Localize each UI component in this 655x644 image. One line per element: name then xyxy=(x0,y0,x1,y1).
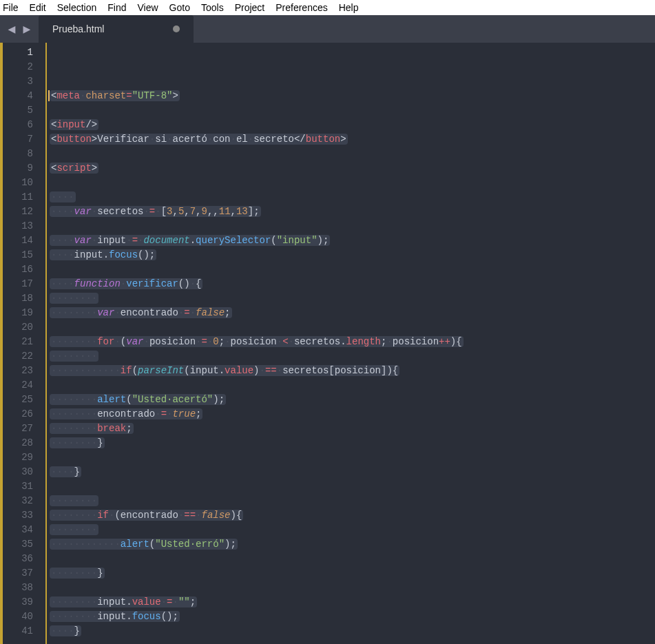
code-line[interactable]: ········ xyxy=(50,291,655,306)
line-number: 19 xyxy=(3,306,33,320)
code-line[interactable]: ········input.focus(); xyxy=(50,610,655,624)
line-number: 11 xyxy=(3,190,33,205)
line-number: 32 xyxy=(3,494,33,508)
line-number: 29 xyxy=(3,450,33,465)
line-number: 9 xyxy=(3,161,33,176)
code-line[interactable]: ····input.focus(); xyxy=(50,248,655,262)
line-number: 36 xyxy=(3,552,33,566)
line-number: 30 xyxy=(3,465,33,479)
code-line[interactable]: ····var·input·=·document.querySelector("… xyxy=(50,233,655,248)
code-line[interactable]: ········} xyxy=(50,436,655,450)
line-number: 10 xyxy=(3,176,33,190)
code-line[interactable] xyxy=(50,262,655,277)
line-number: 12 xyxy=(3,205,33,219)
line-number: 40 xyxy=(3,610,33,624)
menu-selection[interactable]: Selection xyxy=(57,2,97,13)
line-number: 26 xyxy=(3,407,33,422)
code-line[interactable]: ········input.value·=·""; xyxy=(50,595,655,610)
line-number: 17 xyxy=(3,277,33,291)
code-line[interactable]: ········break; xyxy=(50,422,655,436)
line-number: 6 xyxy=(3,118,33,132)
line-number: 7 xyxy=(3,132,33,147)
line-number: 38 xyxy=(3,581,33,595)
code-line[interactable]: ····} xyxy=(50,465,655,479)
line-number: 34 xyxy=(3,523,33,537)
code-line[interactable]: ········ xyxy=(50,523,655,537)
menu-help[interactable]: Help xyxy=(339,2,359,13)
line-number: 41 xyxy=(3,624,33,638)
code-line[interactable]: ········alert("Usted·acertó"); xyxy=(50,393,655,407)
line-number: 22 xyxy=(3,349,33,364)
menu-project[interactable]: Project xyxy=(235,2,265,13)
menu-bar: FileEditSelectionFindViewGotoToolsProjec… xyxy=(0,0,655,15)
code-line[interactable]: ····} xyxy=(50,624,655,638)
menu-view[interactable]: View xyxy=(138,2,158,13)
code-line[interactable]: ····function·verificar()·{ xyxy=(50,277,655,291)
line-number: 23 xyxy=(3,364,33,378)
line-number: 39 xyxy=(3,595,33,610)
code-line[interactable]: ········} xyxy=(50,566,655,581)
menu-goto[interactable]: Goto xyxy=(169,2,190,13)
line-gutter: 1234567891011121314151617181920212223242… xyxy=(3,43,45,644)
code-line[interactable]: ····var·secretos·=·[3,5,7,9,,11,13]; xyxy=(50,205,655,219)
line-number: 18 xyxy=(3,291,33,306)
code-line[interactable]: ········for·(var·posicion·=·0;·posicion·… xyxy=(50,335,655,349)
code-line[interactable] xyxy=(50,638,655,644)
line-number: 33 xyxy=(3,508,33,523)
code-area[interactable]: <meta·charset="UTF-8"><input/><button>Ve… xyxy=(45,43,655,644)
line-number: 28 xyxy=(3,436,33,450)
code-line[interactable]: <input/> xyxy=(50,118,655,132)
code-line[interactable]: ········encontrado·=·true; xyxy=(50,407,655,422)
line-number: 37 xyxy=(3,566,33,581)
editor: 1234567891011121314151617181920212223242… xyxy=(0,43,655,644)
code-line[interactable]: ········ xyxy=(50,349,655,364)
code-line[interactable]: ········if·(encontrado·==·false){ xyxy=(50,508,655,523)
line-number: 21 xyxy=(3,335,33,349)
code-line[interactable] xyxy=(50,147,655,161)
line-number: 2 xyxy=(3,60,33,74)
tab-bar: ◀ ▶ Prueba.html xyxy=(0,15,655,43)
line-number: 16 xyxy=(3,262,33,277)
line-number: 27 xyxy=(3,422,33,436)
dirty-indicator-icon xyxy=(173,25,180,32)
nav-forward-icon[interactable]: ▶ xyxy=(21,21,33,37)
code-line[interactable]: ············if(parseInt(input.value)·==·… xyxy=(50,364,655,378)
line-number: 14 xyxy=(3,233,33,248)
line-number: 8 xyxy=(3,147,33,161)
menu-file[interactable]: File xyxy=(3,2,19,13)
line-number: 20 xyxy=(3,320,33,335)
code-line[interactable] xyxy=(50,552,655,566)
code-line[interactable]: ···· xyxy=(50,190,655,205)
active-line-highlight xyxy=(0,45,655,60)
line-number: 1 xyxy=(3,45,33,60)
code-line[interactable]: ········ xyxy=(50,494,655,508)
line-number: 5 xyxy=(3,103,33,118)
code-line[interactable] xyxy=(50,320,655,335)
line-number: 13 xyxy=(3,219,33,233)
code-line[interactable] xyxy=(50,581,655,595)
line-number: 31 xyxy=(3,479,33,494)
code-line[interactable] xyxy=(50,479,655,494)
line-number: 3 xyxy=(3,74,33,89)
code-line[interactable] xyxy=(50,103,655,118)
line-number: 24 xyxy=(3,378,33,393)
code-line[interactable] xyxy=(50,450,655,465)
code-line[interactable]: <button>Verificar·si·acertó·con·el·secre… xyxy=(50,132,655,147)
tab-title: Prueba.html xyxy=(52,23,104,34)
code-line[interactable] xyxy=(50,176,655,190)
line-number: 25 xyxy=(3,393,33,407)
menu-edit[interactable]: Edit xyxy=(30,2,46,13)
line-number: 15 xyxy=(3,248,33,262)
menu-tools[interactable]: Tools xyxy=(201,2,224,13)
tab-prueba[interactable]: Prueba.html xyxy=(39,15,194,43)
line-number: 35 xyxy=(3,537,33,552)
code-line[interactable]: <meta·charset="UTF-8"> xyxy=(50,89,655,103)
code-line[interactable]: <script> xyxy=(50,161,655,176)
code-line[interactable]: ············alert("Usted·erró"); xyxy=(50,537,655,552)
nav-back-icon[interactable]: ◀ xyxy=(6,21,18,37)
menu-preferences[interactable]: Preferences xyxy=(275,2,327,13)
code-line[interactable] xyxy=(50,378,655,393)
menu-find[interactable]: Find xyxy=(107,2,126,13)
code-line[interactable]: ········var·encontrado·=·false; xyxy=(50,306,655,320)
code-line[interactable] xyxy=(50,219,655,233)
